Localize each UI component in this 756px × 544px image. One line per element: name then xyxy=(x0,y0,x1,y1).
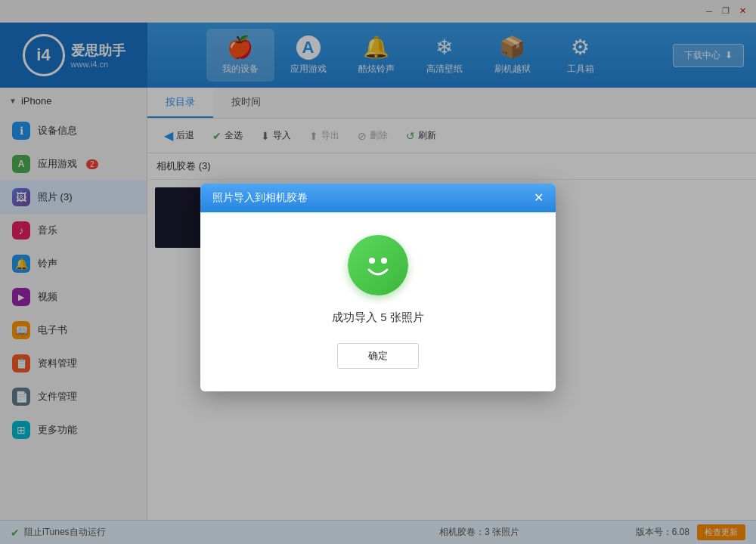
sidebar-item-file-mgr[interactable]: 📄 文件管理 xyxy=(0,380,147,413)
status-center: 相机胶卷：3 张照片 xyxy=(323,526,635,539)
download-label: 下载中心 xyxy=(684,49,720,62)
modal-message: 成功导入 5 张照片 xyxy=(332,311,424,325)
select-all-label: 全选 xyxy=(225,129,243,142)
video-icon: ▶ xyxy=(12,288,30,306)
sidebar-item-music[interactable]: ♪ 音乐 xyxy=(0,214,147,247)
photos-icon: 🖼 xyxy=(12,188,30,206)
modal-title: 照片导入到相机胶卷 xyxy=(212,191,308,205)
toolbar: ◀ 后退 ✔ 全选 ⬇ 导入 ⬆ 导出 ⊘ 删除 ↺ 刷新 xyxy=(147,119,756,153)
smiley-svg xyxy=(355,243,401,288)
nav-my-device[interactable]: 🍎 我的设备 xyxy=(206,29,274,82)
header-right: 下载中心 ⬇ xyxy=(673,44,744,67)
title-bar: ─ ❐ ✕ xyxy=(0,0,756,23)
device-info-label: 设备信息 xyxy=(38,124,77,138)
delete-button[interactable]: ⊘ 删除 xyxy=(350,125,395,146)
download-center-button[interactable]: 下载中心 ⬇ xyxy=(673,44,744,67)
nav-app-label: 应用游戏 xyxy=(290,63,327,76)
nav-items: 🍎 我的设备 A 应用游戏 🔔 酷炫铃声 ❄ 高清壁纸 📦 刷机越狱 ⚙ 工具箱 xyxy=(147,29,673,82)
nav-tools-icon: ⚙ xyxy=(571,35,590,60)
modal-close-button[interactable]: ✕ xyxy=(534,192,544,204)
select-all-button[interactable]: ✔ 全选 xyxy=(205,125,250,146)
section-count: (3) xyxy=(199,160,211,172)
delete-icon: ⊘ xyxy=(358,130,367,142)
svg-point-1 xyxy=(381,258,387,264)
photo-count-label: 相机胶卷：3 张照片 xyxy=(439,527,519,537)
ebook-icon: 📖 xyxy=(12,321,30,339)
sidebar-item-data-mgr[interactable]: 📋 资料管理 xyxy=(0,347,147,380)
app-game-icon: A xyxy=(12,155,30,173)
export-button[interactable]: ⬆ 导出 xyxy=(302,125,347,146)
sidebar-item-video[interactable]: ▶ 视频 xyxy=(0,280,147,314)
nav-wallpaper[interactable]: ❄ 高清壁纸 xyxy=(411,29,479,82)
app-game-label: 应用游戏 xyxy=(38,157,77,171)
sidebar-item-photos[interactable]: 🖼 照片 (3) xyxy=(0,181,147,214)
nav-jailbreak-icon: 📦 xyxy=(499,35,525,60)
video-label: 视频 xyxy=(38,290,57,304)
back-icon: ◀ xyxy=(164,128,173,143)
nav-jailbreak[interactable]: 📦 刷机越狱 xyxy=(479,29,547,82)
nav-wallpaper-label: 高清壁纸 xyxy=(426,63,463,76)
section-header: 相机胶卷 (3) xyxy=(147,153,756,180)
import-icon: ⬇ xyxy=(261,130,270,142)
delete-label: 删除 xyxy=(370,129,388,142)
nav-ringtone-label: 酷炫铃声 xyxy=(358,63,395,76)
status-left: ✔ 阻止iTunes自动运行 xyxy=(11,526,323,539)
nav-app-game[interactable]: A 应用游戏 xyxy=(274,29,342,82)
logo-name: 爱思助手 xyxy=(71,42,125,60)
sidebar-device[interactable]: ▼ iPhone xyxy=(0,88,147,114)
sidebar-item-ebook[interactable]: 📖 电子书 xyxy=(0,314,147,347)
status-bar: ✔ 阻止iTunes自动运行 相机胶卷：3 张照片 版本号：6.08 检查更新 xyxy=(0,520,756,544)
file-mgr-label: 文件管理 xyxy=(38,390,77,403)
nav-jailbreak-label: 刷机越狱 xyxy=(494,63,531,76)
nav-ringtone[interactable]: 🔔 酷炫铃声 xyxy=(342,29,411,82)
sidebar-item-app-game[interactable]: A 应用游戏 2 xyxy=(0,147,147,181)
data-mgr-icon: 📋 xyxy=(12,354,30,372)
modal-dialog: 照片导入到相机胶卷 ✕ 成功导入 5 张照片 确定 xyxy=(200,184,556,391)
minimize-button[interactable]: ─ xyxy=(702,4,717,19)
update-button[interactable]: 检查更新 xyxy=(697,524,745,540)
logo-icon: i4 xyxy=(23,34,65,76)
modal-ok-button[interactable]: 确定 xyxy=(337,343,419,369)
nav-my-device-icon: 🍎 xyxy=(227,35,253,60)
itunes-check-icon: ✔ xyxy=(11,527,20,539)
ebook-label: 电子书 xyxy=(38,323,67,337)
select-all-icon: ✔ xyxy=(212,130,222,142)
svg-point-0 xyxy=(369,258,375,264)
back-button[interactable]: ◀ 后退 xyxy=(156,125,202,147)
logo-url: www.i4.cn xyxy=(71,60,125,69)
sidebar-item-device-info[interactable]: ℹ 设备信息 xyxy=(0,114,147,147)
export-icon: ⬆ xyxy=(309,130,318,142)
data-mgr-label: 资料管理 xyxy=(38,357,77,370)
ringtone-label: 铃声 xyxy=(38,257,57,270)
device-arrow-icon: ▼ xyxy=(9,97,17,105)
tab-by-dir[interactable]: 按目录 xyxy=(147,88,213,118)
nav-ringtone-icon: 🔔 xyxy=(363,35,389,60)
modal-header: 照片导入到相机胶卷 ✕ xyxy=(200,184,556,212)
file-mgr-icon: 📄 xyxy=(12,388,30,406)
export-label: 导出 xyxy=(321,129,339,142)
sidebar-item-ringtone[interactable]: 🔔 铃声 xyxy=(0,247,147,280)
refresh-button[interactable]: ↺ 刷新 xyxy=(398,125,444,146)
back-label: 后退 xyxy=(176,129,194,142)
download-icon: ⬇ xyxy=(725,50,733,60)
smiley-icon xyxy=(348,235,408,295)
music-icon: ♪ xyxy=(12,221,30,240)
more-label: 更多功能 xyxy=(38,423,77,437)
nav-wallpaper-icon: ❄ xyxy=(435,35,453,60)
sidebar-item-more[interactable]: ⊞ 更多功能 xyxy=(0,413,147,447)
status-right: 版本号：6.08 检查更新 xyxy=(636,524,745,540)
import-button[interactable]: ⬇ 导入 xyxy=(253,125,299,146)
refresh-icon: ↺ xyxy=(406,130,415,142)
close-button[interactable]: ✕ xyxy=(735,4,750,19)
nav-my-device-label: 我的设备 xyxy=(222,63,259,76)
music-label: 音乐 xyxy=(38,224,57,237)
app-game-badge: 2 xyxy=(86,159,98,169)
restore-button[interactable]: ❐ xyxy=(718,4,733,19)
nav-tools[interactable]: ⚙ 工具箱 xyxy=(547,29,615,82)
sidebar: ▼ iPhone ℹ 设备信息 A 应用游戏 2 🖼 照片 (3) ♪ 音乐 🔔… xyxy=(0,88,147,520)
version-label: 版本号：6.08 xyxy=(636,526,689,539)
logo-text: 爱思助手 www.i4.cn xyxy=(71,42,125,69)
device-info-icon: ℹ xyxy=(12,122,30,140)
import-label: 导入 xyxy=(273,129,291,142)
tab-by-time[interactable]: 按时间 xyxy=(213,88,279,118)
